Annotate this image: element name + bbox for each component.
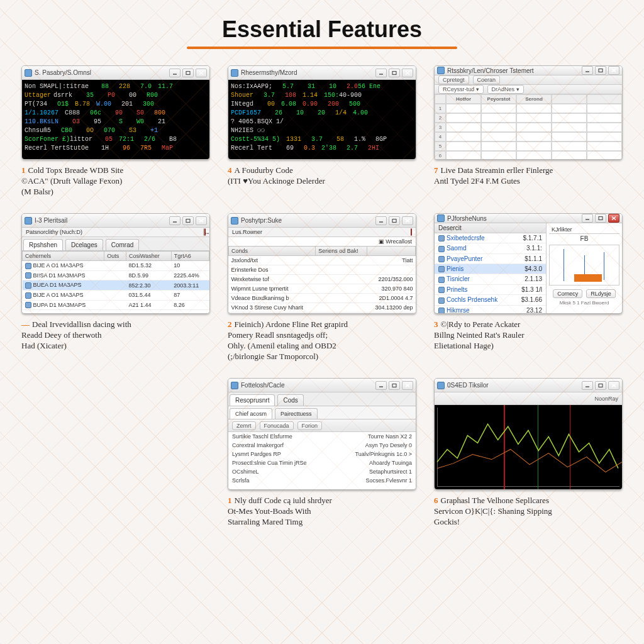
table-row[interactable]: Vdeace Buxdkaninsg b2D1.0004 4.7 [229,294,416,303]
sheet-cell[interactable] [446,142,481,151]
sheet-cell[interactable] [587,104,622,113]
table-row[interactable]: BUEA D1 MA3APS852:2.302003.3:11 [23,280,209,291]
minimize-button[interactable] [582,66,593,75]
tab-dcelages[interactable]: Dcelages [65,239,103,250]
minimize-button[interactable] [375,381,387,390]
sheet-cell[interactable] [446,151,481,160]
sheet-cell[interactable] [587,142,622,151]
sheet-cell[interactable] [446,132,481,142]
toolbar-button[interactable]: Forion [297,421,323,430]
maximize-button[interactable] [595,381,606,390]
list-item[interactable]: Prinelts$1.3 1/l [435,285,546,295]
close-button[interactable] [608,66,619,75]
sheet-cell[interactable] [552,123,587,132]
panel-button[interactable]: RLdysje [586,289,616,298]
sheet-cell[interactable] [481,132,516,142]
sheet-cell[interactable] [516,151,552,160]
maximize-button[interactable] [389,216,400,225]
sheet-cell[interactable] [446,123,481,132]
toolbar-button[interactable]: Zemrt [232,421,256,430]
table-row[interactable]: VKnod 3 Stirese Cuvy Nharit304.13200 dep [229,303,416,313]
form-value[interactable]: Ahoardy Tuuinga [369,460,412,466]
sheet-cell[interactable] [587,123,622,132]
table-header[interactable]: Conds [229,247,316,256]
table-header[interactable]: Outs [104,252,126,261]
sheet-cell[interactable] [446,113,481,123]
list-item[interactable]: Tisnicler2.1.13 [435,274,546,284]
table-row[interactable]: Wiprnnt Lusne tprnertit320.970 840 [229,284,416,294]
table-row[interactable]: BUPA D1 MA3MAPSA21 1.448.26 [23,300,209,310]
minimize-button[interactable] [582,381,593,390]
toolbar-input[interactable]: RCeyssr-tud ▾ [438,85,484,94]
sheet-cell[interactable] [481,142,516,151]
table-row[interactable]: Erinsterke Dos [229,265,416,275]
maximize-button[interactable] [182,216,194,225]
sheet-cell[interactable] [516,132,552,142]
close-button[interactable] [196,69,207,77]
tab[interactable]: Cods [277,394,303,406]
list-item[interactable]: PvayePunter$1.1.1 [435,254,546,264]
table-row[interactable]: BI!SA D1 MA3MAPS8D.5.992225.44% [23,270,209,280]
minimize-button[interactable] [169,69,180,77]
sheet-cell[interactable] [552,132,587,142]
toolbar-input[interactable]: DrAdNes ▾ [487,85,524,94]
table-header[interactable]: Seriens od Bak! [316,247,367,256]
table-row[interactable]: BIJE A O1 MA3APS8D1.5.3210 [23,261,209,271]
tab-rpshshen[interactable]: Rpshshen [23,239,63,250]
table-row[interactable]: BIJE A O1 MA3APS031.5.4487 [23,290,209,300]
close-button[interactable] [402,216,413,225]
close-button[interactable] [608,214,619,223]
sheet-cell[interactable] [552,104,587,113]
sheet-cell[interactable] [481,151,516,160]
maximize-button[interactable] [595,214,606,223]
maximize-button[interactable] [389,381,400,390]
table-header[interactable]: TgrtA6 [171,252,209,261]
pill[interactable]: ▣ Wrecallost [228,237,416,246]
minimize-button[interactable] [375,69,387,77]
table-header[interactable]: CosiWasher [126,252,172,261]
form-value[interactable]: Tourre Nasn X2 2 [368,433,412,440]
tab[interactable]: Resoprusnrt [230,394,275,406]
sheet-cell[interactable] [516,113,552,123]
form-value[interactable]: Setaphurtsirect 1 [369,469,412,475]
close-button[interactable] [196,216,207,225]
sheet-cell[interactable] [587,151,622,160]
sheet-cell[interactable] [481,104,516,113]
inner-tab[interactable]: Chief acosm [230,408,272,419]
sheet-cell[interactable] [587,132,622,142]
sheet-cell[interactable] [446,104,481,113]
sheet-cell[interactable] [552,113,587,123]
sheet-cell[interactable] [552,142,587,151]
list-item[interactable]: Sxibetedcrsfe$.1.7.1 [435,233,546,243]
sheet-cell[interactable] [516,123,552,132]
table-row[interactable]: Wexketwise tof2201/352.000 [229,275,416,284]
toolbar-button[interactable]: Fonucada [260,421,294,430]
sub-close[interactable] [411,228,412,236]
sheet-cell[interactable] [516,104,552,113]
form-value[interactable]: Asyn Tyo Desely 0 [365,442,412,448]
close-button[interactable] [402,381,413,390]
maximize-button[interactable] [595,66,606,75]
form-value[interactable]: Socses.Fvlesvnr 1 [365,477,412,484]
table-header[interactable] [367,247,416,256]
close-button[interactable] [608,381,619,390]
maximize-button[interactable] [182,69,194,77]
form-value[interactable]: Tualv/Pinkugnis 1c.0 > [355,451,412,457]
list-item[interactable]: Saomd3.1.1: [435,243,546,253]
list-item[interactable]: Cochls Prdensehk$3.1.66 [435,295,546,305]
sheet-cell[interactable] [516,142,552,151]
toolbar-button[interactable]: Coeran [473,75,501,84]
sheet-cell[interactable] [552,151,587,160]
maximize-button[interactable] [389,69,400,77]
list-item[interactable]: Hikmrse23.12 [435,306,546,314]
minimize-button[interactable] [169,216,180,225]
sheet-cell[interactable] [481,113,516,123]
close-button[interactable] [402,69,413,77]
sheet-cell[interactable] [587,113,622,123]
list-item[interactable]: Pienis$4.3.0 [435,264,546,274]
minimize-button[interactable] [375,216,387,225]
table-row[interactable]: Jsxlond/txtTiatt [229,256,416,265]
sheet-cell[interactable] [481,123,516,132]
tab-comrad[interactable]: Comrad [106,239,140,250]
sub-close[interactable] [204,228,206,236]
